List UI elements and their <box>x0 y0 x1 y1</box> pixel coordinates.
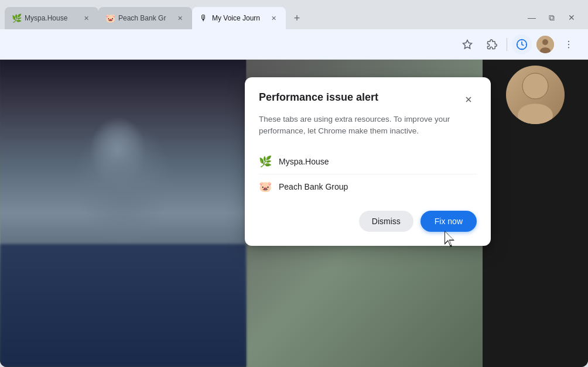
right-video-panel <box>483 60 588 367</box>
svg-point-7 <box>568 47 569 48</box>
minimize-button[interactable]: — <box>522 8 541 27</box>
myspa-favicon-icon: 🌿 <box>259 155 272 168</box>
myspa-tab-name: Myspa.House <box>279 157 329 166</box>
affected-tabs-list: 🌿 Myspa.House 🐷 Peach Bank Group <box>259 149 477 199</box>
cursor-indicator <box>445 231 459 252</box>
memory-saver-icon[interactable] <box>512 35 532 54</box>
tab-myspa-close[interactable]: ✕ <box>81 13 91 23</box>
tab-myspa-favicon: 🌿 <box>12 13 21 23</box>
popup-description: These tabs are using extra resources. To… <box>259 114 477 138</box>
tab-peach-close[interactable]: ✕ <box>175 13 185 23</box>
tab-voice-close[interactable]: ✕ <box>268 13 279 23</box>
page-content: Performance issue alert These tabs are u… <box>0 60 588 367</box>
tab-voice[interactable]: 🎙 My Voice Journ ✕ <box>192 7 286 29</box>
tab-bar: 🌿 Myspa.House ✕ 🐷 Peach Bank Gr ✕ 🎙 My V… <box>0 0 588 29</box>
extensions-icon[interactable] <box>482 35 502 54</box>
profile-avatar[interactable] <box>536 36 554 53</box>
affected-tab-myspa: 🌿 Myspa.House <box>259 149 477 174</box>
popup-title: Performance issue alert <box>259 91 378 104</box>
toolbar-divider <box>507 38 507 51</box>
window-controls: — ⧉ ✕ <box>522 8 583 27</box>
tab-myspa[interactable]: 🌿 Myspa.House ✕ <box>5 7 98 29</box>
svg-point-6 <box>568 43 569 44</box>
popup-header: Performance issue alert <box>259 91 477 108</box>
new-tab-button[interactable]: + <box>288 9 306 27</box>
browser-frame: 🌿 Myspa.House ✕ 🐷 Peach Bank Gr ✕ 🎙 My V… <box>0 0 588 367</box>
tab-myspa-title: Myspa.House <box>25 14 77 22</box>
popup-actions: Dismiss Fix now <box>259 211 477 232</box>
performance-popup: Performance issue alert These tabs are u… <box>245 77 491 246</box>
bookmark-icon[interactable] <box>457 35 477 54</box>
popup-close-button[interactable] <box>460 91 477 108</box>
svg-marker-0 <box>463 40 472 48</box>
tab-voice-favicon: 🎙 <box>199 13 208 23</box>
dismiss-button[interactable]: Dismiss <box>359 211 413 232</box>
peach-tab-name: Peach Bank Group <box>279 182 348 191</box>
menu-icon[interactable] <box>559 35 579 54</box>
tab-peach-title: Peach Bank Gr <box>118 14 171 22</box>
tab-peach-favicon: 🐷 <box>105 13 115 23</box>
right-avatar <box>506 66 565 124</box>
tab-peach[interactable]: 🐷 Peach Bank Gr ✕ <box>98 7 192 29</box>
close-button[interactable]: ✕ <box>562 8 581 27</box>
tab-voice-title: My Voice Journ <box>212 14 265 22</box>
svg-point-3 <box>542 39 548 45</box>
background-video-left <box>0 60 246 367</box>
maximize-button[interactable]: ⧉ <box>542 8 561 27</box>
svg-point-5 <box>568 40 569 42</box>
fix-now-button[interactable]: Fix now <box>421 211 477 232</box>
affected-tab-peach: 🐷 Peach Bank Group <box>259 174 477 199</box>
peach-favicon-icon: 🐷 <box>259 180 272 193</box>
omnibox-bar <box>0 29 588 60</box>
